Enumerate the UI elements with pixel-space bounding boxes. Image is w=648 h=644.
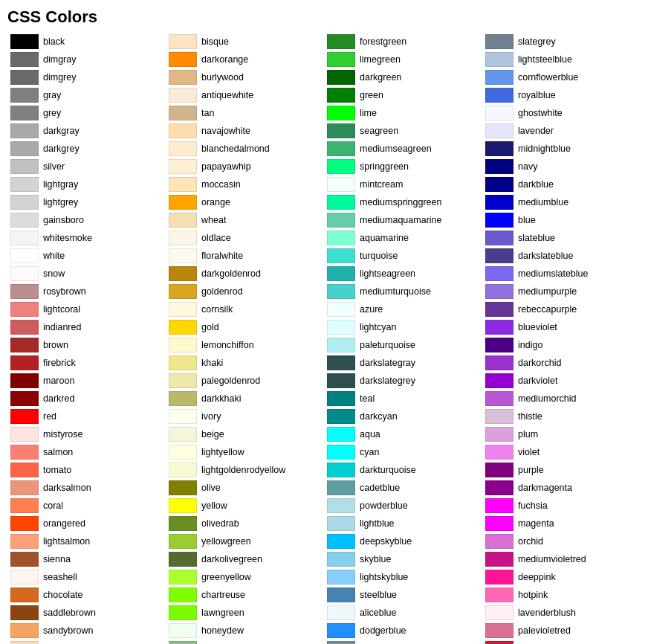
color-name: orange bbox=[201, 197, 230, 207]
color-swatch bbox=[327, 141, 355, 156]
list-item: cadetblue bbox=[324, 479, 482, 497]
color-swatch bbox=[169, 320, 197, 335]
list-item: gold bbox=[166, 318, 324, 336]
color-name: mediumorchid bbox=[518, 393, 577, 404]
color-name: slateblue bbox=[518, 233, 555, 243]
list-item: lightslategray bbox=[324, 640, 482, 644]
color-swatch bbox=[169, 605, 197, 620]
list-item: coral bbox=[7, 497, 166, 515]
list-item: indigo bbox=[482, 336, 641, 354]
color-swatch bbox=[485, 480, 513, 495]
list-item: lavender bbox=[482, 122, 641, 140]
color-swatch bbox=[327, 177, 355, 192]
list-item: orange bbox=[166, 193, 324, 211]
color-name: mediumpurple bbox=[518, 286, 577, 297]
color-name: sandybrown bbox=[43, 625, 93, 636]
list-item: forestgreen bbox=[324, 33, 482, 51]
list-item: palegoldenrod bbox=[166, 372, 324, 390]
color-name: green bbox=[360, 90, 383, 100]
color-swatch bbox=[327, 123, 355, 138]
color-swatch bbox=[327, 355, 355, 370]
color-swatch bbox=[169, 570, 197, 585]
color-name: cadetblue bbox=[360, 483, 400, 493]
list-item: honeydew bbox=[166, 622, 324, 640]
list-item: chocolate bbox=[7, 586, 166, 604]
color-swatch bbox=[327, 338, 355, 352]
color-name: tan bbox=[201, 108, 214, 118]
list-item: khaki bbox=[166, 354, 324, 372]
list-item: seashell bbox=[7, 568, 166, 586]
list-item: mediumorchid bbox=[482, 390, 641, 408]
color-name: floralwhite bbox=[201, 251, 243, 261]
list-item: green bbox=[324, 86, 482, 104]
color-name: blueviolet bbox=[518, 322, 557, 332]
list-item: violet bbox=[482, 443, 641, 461]
color-name: lightgoldenrodyellow bbox=[201, 465, 285, 475]
color-swatch bbox=[327, 195, 355, 210]
color-swatch bbox=[169, 70, 197, 85]
list-item: aquamarine bbox=[324, 229, 482, 247]
list-item: blueviolet bbox=[482, 318, 641, 336]
color-swatch bbox=[327, 623, 355, 638]
color-name: papayawhip bbox=[201, 161, 251, 172]
color-name: khaki bbox=[201, 358, 223, 368]
list-item: mediumblue bbox=[482, 193, 641, 211]
list-item: thistle bbox=[482, 408, 641, 425]
color-name: rebeccapurple bbox=[518, 304, 577, 315]
color-name: darkslategray bbox=[360, 358, 415, 368]
color-swatch bbox=[169, 52, 197, 67]
list-item: deepskyblue bbox=[324, 532, 482, 550]
color-swatch bbox=[169, 248, 197, 263]
list-item: darkorange bbox=[166, 51, 324, 68]
color-swatch bbox=[485, 605, 513, 620]
color-name: maroon bbox=[43, 376, 74, 386]
color-swatch bbox=[485, 248, 513, 263]
list-item: teal bbox=[324, 390, 482, 408]
color-name: forestgreen bbox=[360, 36, 406, 47]
color-name: black bbox=[43, 36, 65, 47]
list-item: moccasin bbox=[166, 176, 324, 193]
list-item: darkcyan bbox=[324, 408, 482, 425]
color-name: darkorange bbox=[201, 54, 248, 65]
list-item: sienna bbox=[7, 550, 166, 568]
list-item: yellow bbox=[166, 497, 324, 515]
list-item: lightsalmon bbox=[7, 532, 166, 550]
color-swatch bbox=[485, 445, 513, 460]
list-item: darkslateblue bbox=[482, 247, 641, 265]
list-item: white bbox=[7, 247, 166, 265]
color-swatch bbox=[10, 445, 39, 460]
list-item: sandybrown bbox=[7, 622, 166, 640]
list-item: gray bbox=[7, 86, 166, 104]
color-name: dodgerblue bbox=[360, 625, 406, 636]
color-name: seashell bbox=[43, 572, 77, 582]
color-name: white bbox=[43, 251, 65, 261]
list-item: orangered bbox=[7, 515, 166, 532]
color-name: lemonchiffon bbox=[201, 340, 254, 350]
color-name: sienna bbox=[43, 554, 71, 564]
color-swatch bbox=[10, 231, 39, 245]
color-swatch bbox=[485, 373, 513, 388]
color-swatch bbox=[485, 284, 513, 299]
color-swatch bbox=[10, 284, 39, 299]
color-name: mediumaquamarine bbox=[360, 215, 441, 225]
list-item: mediumaquamarine bbox=[324, 211, 482, 229]
color-name: darkturquoise bbox=[360, 465, 416, 475]
color-swatch bbox=[10, 570, 39, 585]
color-swatch bbox=[10, 552, 39, 567]
list-item: darkolivegreen bbox=[166, 550, 324, 568]
list-item: hotpink bbox=[482, 586, 641, 604]
list-item: brown bbox=[7, 336, 166, 354]
color-name: darkgray bbox=[43, 126, 80, 136]
color-name: gainsboro bbox=[43, 215, 84, 225]
color-swatch bbox=[169, 427, 197, 442]
color-swatch bbox=[169, 391, 197, 406]
color-swatch bbox=[327, 248, 355, 263]
color-swatch bbox=[327, 552, 355, 567]
list-item: chartreuse bbox=[166, 586, 324, 604]
color-swatch bbox=[169, 409, 197, 424]
color-swatch bbox=[10, 409, 39, 424]
color-swatch bbox=[169, 302, 197, 317]
list-item: tan bbox=[166, 104, 324, 122]
color-swatch bbox=[169, 159, 197, 174]
color-name: darkgrey bbox=[43, 144, 80, 154]
